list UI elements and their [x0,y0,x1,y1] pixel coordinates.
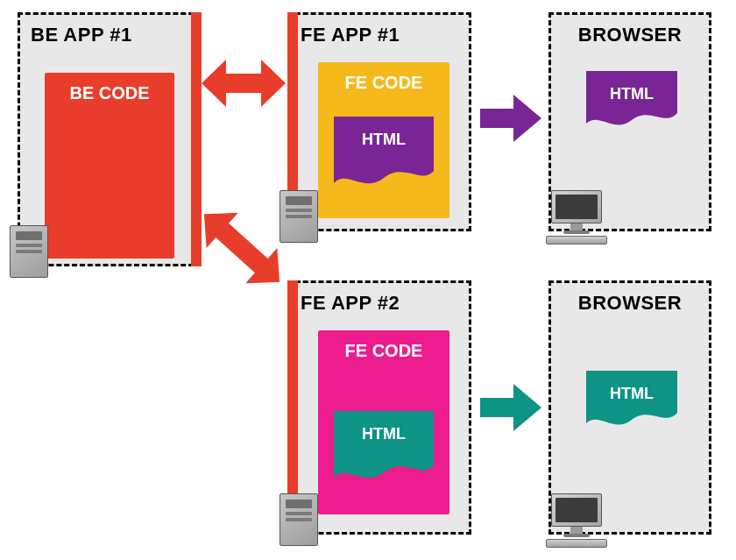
svg-marker-3 [480,384,541,431]
be-app-title: BE APP #1 [31,24,188,46]
fe-app-1-title: FE APP #1 [301,24,458,46]
svg-marker-1 [189,196,294,300]
browser-1-html-shape: HTML [586,71,677,141]
be-code-label: BE CODE [45,83,174,103]
browser-1-box: BROWSER HTML [548,12,711,231]
server-icon [10,225,52,281]
double-arrow-icon [202,53,286,114]
fe-app-2-html-shape: HTML [334,411,434,499]
arrow-right-icon [480,95,541,142]
computer-icon [546,493,607,548]
browser-2-html-shape: HTML [586,371,677,441]
svg-marker-2 [480,95,541,142]
browser-2-html-label: HTML [586,385,677,403]
browser-2-title: BROWSER [562,292,698,315]
server-icon [280,493,322,549]
arrow-right-icon [480,384,541,431]
fe-app-2-box: FE APP #2 FE CODE HTML [287,280,471,535]
fe-app-1-box: FE APP #1 FE CODE HTML [287,12,471,231]
fe-code-2-label: FE CODE [318,341,449,361]
be-app-box: BE APP #1 BE CODE [18,12,202,266]
fe-app-1-html-shape: HTML [334,117,434,204]
fe-code-1-block: FE CODE HTML [318,62,449,218]
browser-1-title: BROWSER [562,24,698,46]
browser-1-html-label: HTML [586,85,677,103]
fe-code-1-label: FE CODE [318,73,449,93]
svg-marker-0 [202,60,286,107]
browser-2-box: BROWSER HTML [548,280,711,535]
double-arrow-diagonal-icon [189,191,294,305]
fe-app-1-html-label: HTML [334,131,434,149]
fe-code-2-block: FE CODE HTML [318,330,449,514]
be-code-block: BE CODE [45,73,174,259]
fe-app-2-title: FE APP #2 [301,292,458,315]
computer-icon [546,190,607,245]
fe-app-2-html-label: HTML [334,425,434,443]
